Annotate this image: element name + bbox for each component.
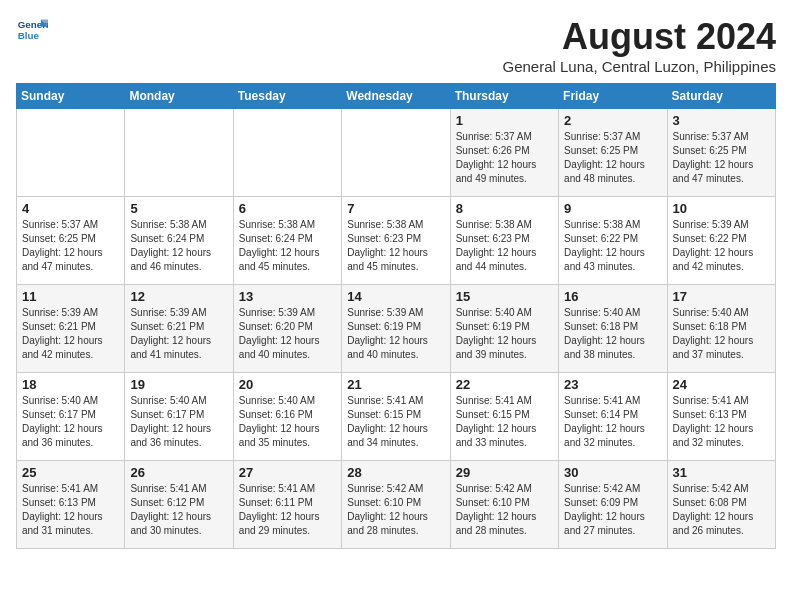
day-info: Sunrise: 5:38 AM Sunset: 6:23 PM Dayligh… — [456, 218, 553, 274]
day-number: 1 — [456, 113, 553, 128]
logo-icon: General Blue — [16, 16, 48, 48]
page-header: General Blue August 2024 General Luna, C… — [16, 16, 776, 75]
calendar-cell: 27Sunrise: 5:41 AM Sunset: 6:11 PM Dayli… — [233, 461, 341, 549]
calendar-cell: 1Sunrise: 5:37 AM Sunset: 6:26 PM Daylig… — [450, 109, 558, 197]
day-number: 6 — [239, 201, 336, 216]
weekday-header-saturday: Saturday — [667, 84, 775, 109]
calendar-cell: 23Sunrise: 5:41 AM Sunset: 6:14 PM Dayli… — [559, 373, 667, 461]
calendar-cell: 16Sunrise: 5:40 AM Sunset: 6:18 PM Dayli… — [559, 285, 667, 373]
weekday-header-friday: Friday — [559, 84, 667, 109]
day-info: Sunrise: 5:41 AM Sunset: 6:14 PM Dayligh… — [564, 394, 661, 450]
day-number: 19 — [130, 377, 227, 392]
logo: General Blue — [16, 16, 48, 48]
calendar-cell: 3Sunrise: 5:37 AM Sunset: 6:25 PM Daylig… — [667, 109, 775, 197]
weekday-header-wednesday: Wednesday — [342, 84, 450, 109]
calendar-cell: 18Sunrise: 5:40 AM Sunset: 6:17 PM Dayli… — [17, 373, 125, 461]
svg-text:Blue: Blue — [18, 30, 40, 41]
day-info: Sunrise: 5:42 AM Sunset: 6:10 PM Dayligh… — [456, 482, 553, 538]
day-number: 27 — [239, 465, 336, 480]
calendar-cell: 2Sunrise: 5:37 AM Sunset: 6:25 PM Daylig… — [559, 109, 667, 197]
calendar-cell — [342, 109, 450, 197]
calendar-cell: 19Sunrise: 5:40 AM Sunset: 6:17 PM Dayli… — [125, 373, 233, 461]
day-number: 26 — [130, 465, 227, 480]
day-info: Sunrise: 5:38 AM Sunset: 6:24 PM Dayligh… — [130, 218, 227, 274]
month-title: August 2024 — [502, 16, 776, 58]
calendar-cell: 15Sunrise: 5:40 AM Sunset: 6:19 PM Dayli… — [450, 285, 558, 373]
day-info: Sunrise: 5:39 AM Sunset: 6:22 PM Dayligh… — [673, 218, 770, 274]
calendar-cell: 14Sunrise: 5:39 AM Sunset: 6:19 PM Dayli… — [342, 285, 450, 373]
day-info: Sunrise: 5:40 AM Sunset: 6:16 PM Dayligh… — [239, 394, 336, 450]
day-info: Sunrise: 5:41 AM Sunset: 6:13 PM Dayligh… — [22, 482, 119, 538]
day-info: Sunrise: 5:38 AM Sunset: 6:24 PM Dayligh… — [239, 218, 336, 274]
day-info: Sunrise: 5:41 AM Sunset: 6:12 PM Dayligh… — [130, 482, 227, 538]
calendar-cell: 20Sunrise: 5:40 AM Sunset: 6:16 PM Dayli… — [233, 373, 341, 461]
calendar-cell: 13Sunrise: 5:39 AM Sunset: 6:20 PM Dayli… — [233, 285, 341, 373]
calendar-cell: 17Sunrise: 5:40 AM Sunset: 6:18 PM Dayli… — [667, 285, 775, 373]
day-number: 15 — [456, 289, 553, 304]
day-number: 10 — [673, 201, 770, 216]
day-info: Sunrise: 5:41 AM Sunset: 6:15 PM Dayligh… — [456, 394, 553, 450]
calendar-cell: 29Sunrise: 5:42 AM Sunset: 6:10 PM Dayli… — [450, 461, 558, 549]
day-info: Sunrise: 5:39 AM Sunset: 6:21 PM Dayligh… — [22, 306, 119, 362]
day-number: 9 — [564, 201, 661, 216]
day-number: 2 — [564, 113, 661, 128]
day-number: 16 — [564, 289, 661, 304]
calendar-table: SundayMondayTuesdayWednesdayThursdayFrid… — [16, 83, 776, 549]
calendar-cell: 24Sunrise: 5:41 AM Sunset: 6:13 PM Dayli… — [667, 373, 775, 461]
day-info: Sunrise: 5:39 AM Sunset: 6:21 PM Dayligh… — [130, 306, 227, 362]
calendar-cell: 22Sunrise: 5:41 AM Sunset: 6:15 PM Dayli… — [450, 373, 558, 461]
day-number: 17 — [673, 289, 770, 304]
day-info: Sunrise: 5:39 AM Sunset: 6:19 PM Dayligh… — [347, 306, 444, 362]
day-number: 25 — [22, 465, 119, 480]
day-number: 31 — [673, 465, 770, 480]
day-number: 29 — [456, 465, 553, 480]
day-number: 18 — [22, 377, 119, 392]
day-number: 14 — [347, 289, 444, 304]
day-number: 3 — [673, 113, 770, 128]
weekday-header-tuesday: Tuesday — [233, 84, 341, 109]
location-title: General Luna, Central Luzon, Philippines — [502, 58, 776, 75]
day-info: Sunrise: 5:40 AM Sunset: 6:17 PM Dayligh… — [130, 394, 227, 450]
calendar-cell: 30Sunrise: 5:42 AM Sunset: 6:09 PM Dayli… — [559, 461, 667, 549]
calendar-cell: 10Sunrise: 5:39 AM Sunset: 6:22 PM Dayli… — [667, 197, 775, 285]
day-info: Sunrise: 5:37 AM Sunset: 6:25 PM Dayligh… — [22, 218, 119, 274]
day-number: 11 — [22, 289, 119, 304]
day-number: 7 — [347, 201, 444, 216]
calendar-cell: 26Sunrise: 5:41 AM Sunset: 6:12 PM Dayli… — [125, 461, 233, 549]
day-number: 22 — [456, 377, 553, 392]
day-info: Sunrise: 5:40 AM Sunset: 6:18 PM Dayligh… — [564, 306, 661, 362]
day-info: Sunrise: 5:39 AM Sunset: 6:20 PM Dayligh… — [239, 306, 336, 362]
day-number: 12 — [130, 289, 227, 304]
calendar-cell: 5Sunrise: 5:38 AM Sunset: 6:24 PM Daylig… — [125, 197, 233, 285]
day-number: 30 — [564, 465, 661, 480]
day-info: Sunrise: 5:40 AM Sunset: 6:18 PM Dayligh… — [673, 306, 770, 362]
day-info: Sunrise: 5:41 AM Sunset: 6:13 PM Dayligh… — [673, 394, 770, 450]
day-number: 23 — [564, 377, 661, 392]
day-info: Sunrise: 5:41 AM Sunset: 6:11 PM Dayligh… — [239, 482, 336, 538]
calendar-cell: 4Sunrise: 5:37 AM Sunset: 6:25 PM Daylig… — [17, 197, 125, 285]
calendar-cell: 7Sunrise: 5:38 AM Sunset: 6:23 PM Daylig… — [342, 197, 450, 285]
day-info: Sunrise: 5:42 AM Sunset: 6:08 PM Dayligh… — [673, 482, 770, 538]
day-info: Sunrise: 5:37 AM Sunset: 6:26 PM Dayligh… — [456, 130, 553, 186]
day-number: 28 — [347, 465, 444, 480]
day-info: Sunrise: 5:42 AM Sunset: 6:09 PM Dayligh… — [564, 482, 661, 538]
calendar-cell: 28Sunrise: 5:42 AM Sunset: 6:10 PM Dayli… — [342, 461, 450, 549]
day-number: 13 — [239, 289, 336, 304]
day-number: 21 — [347, 377, 444, 392]
calendar-cell — [125, 109, 233, 197]
calendar-cell: 6Sunrise: 5:38 AM Sunset: 6:24 PM Daylig… — [233, 197, 341, 285]
calendar-cell — [17, 109, 125, 197]
day-number: 8 — [456, 201, 553, 216]
day-info: Sunrise: 5:40 AM Sunset: 6:17 PM Dayligh… — [22, 394, 119, 450]
day-info: Sunrise: 5:38 AM Sunset: 6:22 PM Dayligh… — [564, 218, 661, 274]
day-info: Sunrise: 5:38 AM Sunset: 6:23 PM Dayligh… — [347, 218, 444, 274]
day-number: 20 — [239, 377, 336, 392]
title-area: August 2024 General Luna, Central Luzon,… — [502, 16, 776, 75]
day-info: Sunrise: 5:42 AM Sunset: 6:10 PM Dayligh… — [347, 482, 444, 538]
day-number: 24 — [673, 377, 770, 392]
day-info: Sunrise: 5:40 AM Sunset: 6:19 PM Dayligh… — [456, 306, 553, 362]
calendar-cell: 11Sunrise: 5:39 AM Sunset: 6:21 PM Dayli… — [17, 285, 125, 373]
day-number: 5 — [130, 201, 227, 216]
day-number: 4 — [22, 201, 119, 216]
calendar-cell: 21Sunrise: 5:41 AM Sunset: 6:15 PM Dayli… — [342, 373, 450, 461]
